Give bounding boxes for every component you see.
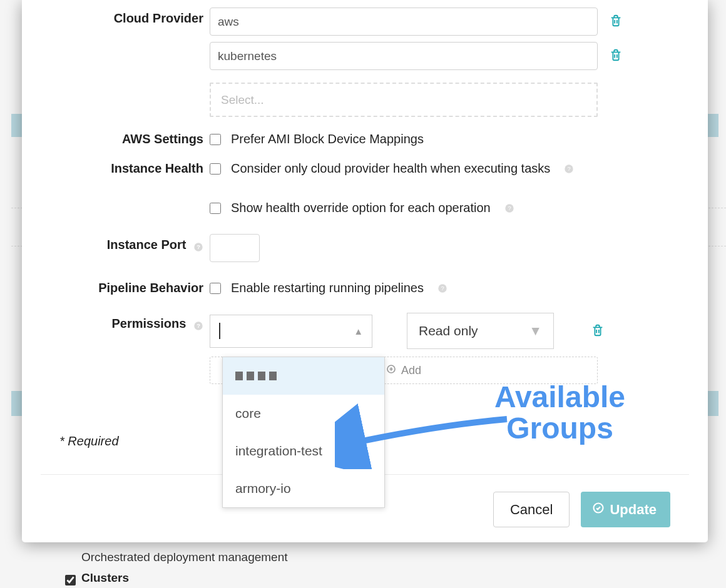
enable-restart-checkbox[interactable] [210, 283, 221, 294]
plus-circle-icon [386, 364, 396, 377]
chevron-up-icon: ▲ [354, 326, 363, 337]
required-note: * Required [59, 434, 119, 449]
cloud-provider-add-placeholder: Select... [221, 93, 264, 107]
prefer-ami-label: Prefer AMI Block Device Mappings [231, 132, 424, 146]
permissions-level-value: Read only [419, 323, 478, 338]
modal-footer-buttons: Cancel Update [493, 492, 670, 527]
prefer-ami-checkbox[interactable] [210, 134, 221, 145]
health-override-label: Show health override option for each ope… [231, 201, 491, 215]
cloud-provider-value-kubernetes[interactable]: kubernetes [210, 42, 598, 70]
background-text-orchestrated: Orchestrated deployment management [81, 550, 288, 564]
help-icon[interactable]: ? [193, 320, 203, 330]
check-circle-icon [592, 502, 605, 518]
svg-text:?: ? [197, 323, 200, 329]
cancel-button[interactable]: Cancel [493, 492, 570, 527]
permissions-level-select[interactable]: Read only ▼ [407, 313, 554, 349]
permissions-label: Permissions ? [41, 313, 203, 331]
enable-restart-label: Enable restarting running pipelines [231, 281, 424, 295]
dropdown-option-redacted[interactable] [223, 357, 384, 395]
svg-text:?: ? [568, 166, 571, 172]
permissions-label-text: Permissions [111, 317, 186, 330]
trash-icon [609, 55, 623, 64]
add-permission-label: Add [401, 364, 421, 377]
instance-health-label: Instance Health [41, 158, 203, 176]
remove-kubernetes-button[interactable] [606, 48, 625, 64]
aws-settings-label: AWS Settings [41, 128, 203, 146]
instance-port-label-text: Instance Port [107, 238, 187, 251]
health-override-checkbox[interactable] [210, 203, 221, 214]
only-cloud-health-checkbox[interactable] [210, 163, 221, 175]
svg-text:?: ? [508, 205, 511, 211]
remove-permission-button[interactable] [588, 323, 607, 340]
dropdown-option-armory-io[interactable]: armory-io [223, 470, 384, 507]
dropdown-option-core[interactable]: core [223, 395, 384, 432]
trash-icon [591, 330, 605, 340]
permissions-group-dropdown: core integration-test armory-io [222, 357, 385, 508]
instance-port-input[interactable] [210, 234, 260, 262]
dropdown-option-integration-test[interactable]: integration-test [223, 432, 384, 470]
remove-aws-button[interactable] [606, 13, 625, 30]
edit-application-modal: Cloud Provider aws kubernetes [22, 0, 708, 542]
only-cloud-health-label: Consider only cloud provider health when… [231, 161, 550, 176]
background-text-clusters: Clusters [81, 571, 129, 585]
text-cursor [219, 323, 220, 339]
instance-port-label: Instance Port ? [41, 234, 203, 252]
help-icon[interactable]: ? [564, 164, 574, 174]
svg-text:?: ? [441, 285, 444, 291]
clusters-checkbox[interactable] [65, 575, 76, 585]
help-icon[interactable]: ? [193, 241, 203, 251]
update-button-label: Update [610, 502, 657, 518]
help-icon[interactable]: ? [437, 283, 447, 293]
trash-icon [609, 21, 623, 30]
update-button[interactable]: Update [581, 492, 670, 527]
pipeline-behavior-label: Pipeline Behavior [41, 277, 203, 295]
cloud-provider-label: Cloud Provider [41, 8, 203, 26]
help-icon[interactable]: ? [504, 203, 514, 213]
permissions-group-select[interactable]: ▲ [210, 315, 372, 348]
redacted-text [235, 372, 277, 380]
cloud-provider-value-aws[interactable]: aws [210, 8, 598, 36]
chevron-down-icon: ▼ [529, 323, 542, 338]
svg-text:?: ? [197, 244, 200, 250]
cloud-provider-add-select[interactable]: Select... [210, 83, 598, 117]
